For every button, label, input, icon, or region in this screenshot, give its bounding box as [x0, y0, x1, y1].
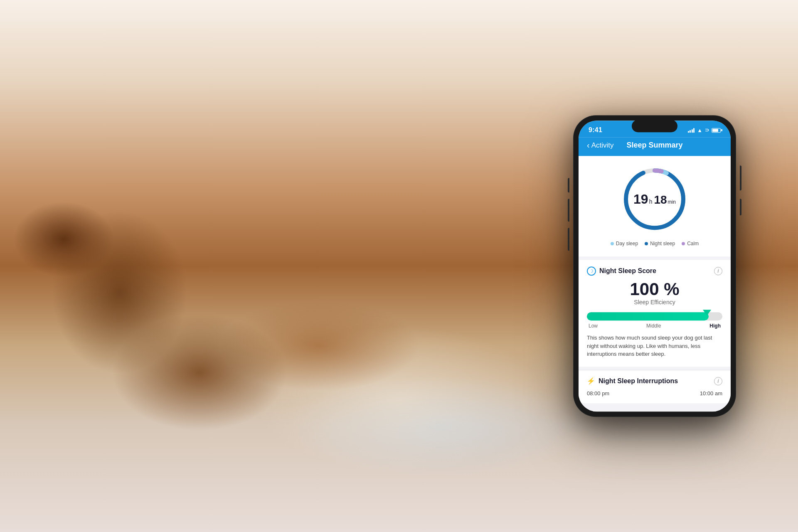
interruptions-title: Night Sleep Interruptions	[598, 377, 678, 385]
content-area: 19 h 18 min Day sleep	[579, 156, 731, 411]
progress-bar-fill	[587, 312, 709, 320]
mute-button	[568, 178, 569, 192]
nav-title: Sleep Summary	[626, 141, 682, 150]
legend-night-sleep: Night sleep	[645, 241, 675, 246]
volume-down-button	[568, 199, 569, 222]
minutes-unit: min	[668, 200, 676, 204]
sleep-circle: 19 h 18 min	[621, 166, 688, 232]
phone-frame: 9:41 ▲ ⊃ ‹	[574, 116, 736, 416]
sleep-score-card: ☽ Night Sleep Score i 100 % Sleep Effici…	[579, 260, 731, 367]
battery-icon	[712, 128, 721, 133]
info-icon[interactable]: i	[714, 267, 722, 275]
day-sleep-label: Day sleep	[616, 241, 638, 246]
sleep-score-sublabel: Sleep Efficiency	[587, 299, 722, 305]
signal-icon	[688, 128, 695, 133]
back-arrow-icon: ‹	[587, 140, 590, 150]
interruptions-times: 08:00 pm 10:00 am	[587, 390, 722, 397]
circle-time-display: 19 h 18 min	[633, 192, 676, 206]
score-card-title: Night Sleep Score	[599, 267, 656, 275]
interruptions-end-time: 10:00 am	[700, 390, 722, 397]
hours-unit: h	[649, 199, 653, 204]
status-time: 9:41	[589, 126, 602, 134]
sleep-minutes: 18	[654, 194, 667, 206]
status-icons: ▲ ⊃	[688, 127, 721, 133]
progress-label-high: High	[709, 323, 721, 329]
back-label: Activity	[591, 141, 614, 150]
wifi-icon: ▲	[697, 127, 702, 133]
sleep-legend: Day sleep Night sleep Calm	[611, 241, 699, 246]
navigation-bar: ‹ Activity Sleep Summary	[579, 137, 731, 156]
legend-calm: Calm	[682, 241, 699, 246]
sleep-circle-section: 19 h 18 min Day sleep	[579, 156, 731, 256]
lightning-icon: ⚡	[587, 377, 595, 385]
interruptions-info-icon[interactable]: i	[714, 377, 722, 385]
progress-bar-track	[587, 312, 722, 320]
score-card-header: ☽ Night Sleep Score i	[587, 266, 722, 276]
interruptions-title-row: ⚡ Night Sleep Interruptions	[587, 377, 678, 385]
moon-score-icon: ☽	[587, 266, 596, 276]
day-sleep-dot	[611, 242, 614, 245]
progress-label-low: Low	[589, 323, 598, 329]
calm-label: Calm	[687, 241, 699, 246]
volume-up-button	[740, 199, 741, 215]
score-description: This shows how much sound sleep your dog…	[587, 334, 722, 358]
phone-screen: 9:41 ▲ ⊃ ‹	[579, 121, 731, 411]
interruptions-header: ⚡ Night Sleep Interruptions i	[587, 377, 722, 385]
wifi-wave-icon: ⊃	[705, 127, 709, 133]
volume-up-left-button	[568, 228, 569, 251]
progress-label-middle: Middle	[646, 323, 661, 329]
power-button	[740, 165, 741, 190]
legend-day-sleep: Day sleep	[611, 241, 638, 246]
interruptions-card: ⚡ Night Sleep Interruptions i 08:00 pm 1…	[579, 370, 731, 403]
interruptions-start-time: 08:00 pm	[587, 390, 609, 397]
night-sleep-dot	[645, 242, 648, 245]
dynamic-island	[632, 120, 677, 132]
progress-indicator-arrow	[703, 310, 711, 315]
progress-labels: Low Middle High	[587, 323, 722, 329]
score-title-row: ☽ Night Sleep Score	[587, 266, 656, 276]
back-button[interactable]: ‹ Activity	[587, 140, 614, 150]
progress-bar-section: Low Middle High	[587, 312, 722, 329]
sleep-score-value: 100 %	[587, 281, 722, 298]
phone-mockup: 9:41 ▲ ⊃ ‹	[574, 116, 748, 416]
sleep-hours: 19	[633, 192, 648, 206]
night-sleep-label: Night sleep	[650, 241, 675, 246]
calm-dot	[682, 242, 685, 245]
